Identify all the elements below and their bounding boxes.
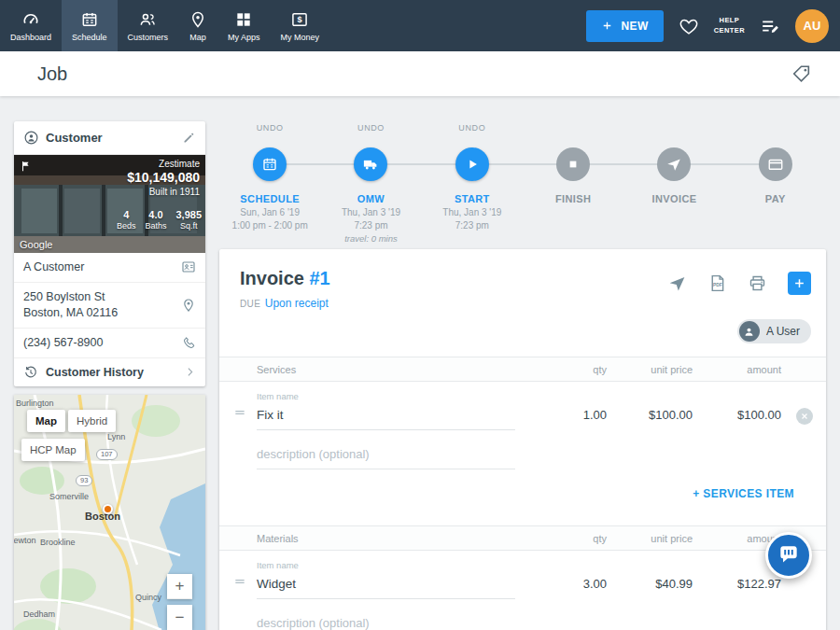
map-label-boston: Boston (85, 511, 120, 522)
step-travel-time: travel: 0 mins (344, 233, 398, 244)
map-label-dedham: Dedham (23, 609, 55, 619)
services-header-row: Services qty unit price amount (219, 357, 826, 382)
service-item-name-input[interactable]: Fix it (257, 408, 515, 430)
contact-card-icon[interactable] (181, 259, 196, 274)
invoice-number[interactable]: #1 (309, 268, 329, 288)
nav-item-customers[interactable]: Customers (118, 0, 179, 51)
edit-customer-icon[interactable] (182, 131, 196, 145)
nav-item-schedule[interactable]: Schedule (62, 0, 118, 51)
pdf-icon[interactable]: PDF (707, 273, 727, 293)
user-avatar[interactable]: AU (795, 9, 829, 43)
step-label: FINISH (555, 193, 591, 204)
nav-item-dashboard[interactable]: Dashboard (0, 0, 62, 51)
apps-grid-icon (234, 10, 253, 29)
gauge-icon (21, 10, 40, 29)
streetview-flag-icon (20, 160, 33, 173)
nav-item-my-apps[interactable]: My Apps (217, 0, 271, 51)
step-time: 7:23 pm (455, 220, 489, 231)
add-invoice-button[interactable] (788, 272, 811, 295)
nav-label: Customers (128, 33, 169, 42)
map-label-newton: Newton (14, 536, 36, 545)
drag-handle-icon[interactable] (232, 574, 247, 589)
omw-step-button[interactable] (354, 147, 387, 181)
step-label: SCHEDULE (240, 193, 300, 204)
services-section-label: Services (257, 364, 539, 375)
nav-label: Dashboard (10, 33, 51, 42)
due-value-link[interactable]: Upon receipt (265, 297, 329, 310)
customer-card-title: Customer (46, 131, 175, 145)
material-description-row: description (optional) (219, 609, 826, 630)
pay-step-button[interactable] (759, 147, 792, 181)
svg-text:PDF: PDF (713, 283, 722, 287)
property-photo[interactable]: Zestimate $10,149,080 Built in 1911 4 Be… (14, 155, 205, 253)
service-item-row: Item name Fix it 1.00 $100.00 $100.00 (219, 382, 826, 440)
assignee-avatar (739, 321, 760, 342)
undo-schedule-link[interactable]: UNDO (257, 123, 284, 135)
service-qty-input[interactable]: 1.00 (539, 408, 607, 430)
material-qty-input[interactable]: 3.00 (539, 577, 607, 599)
map-type-button-map[interactable]: Map (27, 410, 65, 432)
service-description-input[interactable]: description (optional) (257, 440, 515, 469)
nav-label: My Apps (228, 33, 260, 42)
undo-omw-link[interactable]: UNDO (357, 123, 385, 135)
new-button[interactable]: NEW (586, 10, 664, 42)
remove-service-item-button[interactable] (796, 408, 813, 425)
zestimate-label: Zestimate (127, 159, 200, 169)
job-tags-icon[interactable] (791, 63, 812, 84)
credit-card-icon (767, 156, 784, 173)
job-status-timeline: UNDO SCHEDULE Sun, Jan 6 '19 1:00 pm - 2… (219, 123, 826, 245)
nav-item-map[interactable]: Map (178, 0, 217, 51)
customer-history-row[interactable]: Customer History (14, 358, 205, 386)
invoice-step-button[interactable] (657, 147, 691, 181)
unit-price-header: unit price (607, 533, 693, 544)
customer-phone: (234) 567-8900 (23, 335, 174, 351)
help-center-button[interactable]: HELP CENTER (714, 16, 745, 35)
undo-start-link[interactable]: UNDO (458, 123, 485, 135)
history-clock-icon (23, 365, 38, 380)
qty-header: qty (539, 533, 607, 544)
address-pin-icon[interactable] (181, 298, 196, 313)
material-unit-price-input[interactable]: $40.99 (607, 577, 693, 599)
item-name-label: Item name (257, 391, 515, 401)
nav-right-controls: NEW HELP CENTER AU (586, 0, 840, 51)
invoice-card: Invoice #1 DUE Upon receipt PDF (219, 249, 826, 630)
route-shield-93: 93 (76, 475, 92, 486)
material-amount: $122.97 (693, 577, 781, 599)
route-shield-107: 107 (96, 449, 118, 460)
print-icon[interactable] (748, 273, 767, 293)
money-icon (290, 10, 309, 29)
nav-label: Map (189, 33, 206, 42)
service-unit-price-input[interactable]: $100.00 (607, 408, 693, 430)
assignee-chip[interactable]: A User (737, 319, 811, 343)
job-location-marker[interactable] (103, 504, 113, 514)
baths-value: 4.0 (145, 209, 166, 220)
map-type-button-hybrid[interactable]: Hybrid (68, 410, 116, 432)
sqft-label: Sq.ft (175, 221, 202, 231)
referrals-heart-icon[interactable] (679, 16, 699, 36)
material-item-name-input[interactable]: Widget (257, 577, 515, 599)
map-type-button-hcp[interactable]: HCP Map (21, 439, 85, 461)
phone-icon[interactable] (181, 335, 196, 350)
map-widget[interactable]: Map Hybrid HCP Map Burlington Lynn Somer… (14, 395, 205, 630)
zoom-in-button[interactable]: + (167, 574, 192, 599)
schedule-step-button[interactable] (253, 147, 287, 181)
drag-handle-icon[interactable] (232, 405, 247, 420)
add-services-item-link[interactable]: + SERVICES ITEM (693, 487, 794, 500)
baths-label: Baths (145, 221, 166, 231)
unit-price-header: unit price (607, 364, 693, 375)
send-invoice-icon[interactable] (667, 273, 687, 293)
top-nav: Dashboard Schedule Customers Map My Apps… (0, 0, 840, 51)
google-watermark: Google (20, 239, 52, 250)
due-label: DUE (240, 299, 260, 309)
zoom-out-button[interactable]: − (167, 605, 192, 630)
material-description-input[interactable]: description (optional) (257, 609, 515, 630)
finish-step-button[interactable] (556, 147, 590, 181)
service-amount: $100.00 (693, 408, 781, 430)
feedback-list-edit-icon[interactable] (760, 16, 780, 36)
chat-launcher-button[interactable] (765, 532, 812, 579)
nav-item-my-money[interactable]: My Money (271, 0, 330, 51)
timeline-step-omw: UNDO OMW Thu, Jan 3 '19 7:23 pm travel: … (320, 123, 421, 244)
zestimate-value: $10,149,080 (127, 170, 200, 185)
customer-address-row: 250 Boylston St Boston, MA 02116 (14, 283, 205, 329)
start-step-button[interactable] (455, 147, 489, 181)
